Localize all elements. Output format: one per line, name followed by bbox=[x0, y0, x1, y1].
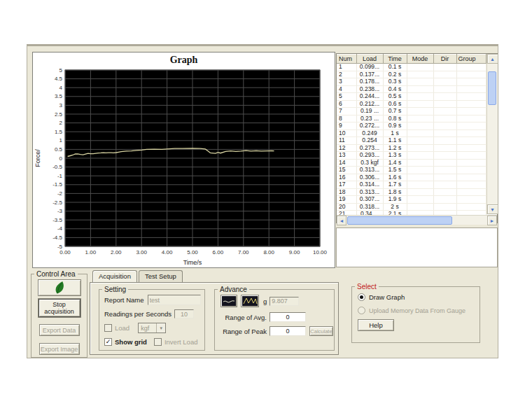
table-row[interactable]: 180.313...1.8 s bbox=[337, 188, 486, 196]
table-cell bbox=[433, 100, 456, 108]
table-row[interactable]: 90.272...0.9 s bbox=[337, 122, 486, 130]
average-graph-icon bbox=[222, 296, 236, 306]
table-cell bbox=[407, 167, 433, 174]
load-checkbox[interactable] bbox=[104, 324, 112, 332]
column-header[interactable]: Mode bbox=[407, 55, 433, 64]
table-cell bbox=[407, 174, 433, 181]
select-group: Select Draw Graph Upload Memory Data Fro… bbox=[351, 283, 480, 343]
column-header[interactable]: Group bbox=[456, 55, 486, 64]
x-tick-label: 9.00 bbox=[289, 249, 300, 255]
y-tick-label: 4.5 bbox=[55, 76, 63, 82]
table-row[interactable]: 150.313...1.5 s bbox=[337, 167, 486, 174]
scroll-left-icon[interactable]: ◄ bbox=[337, 216, 346, 225]
table-row[interactable]: 50.244...0.5 s bbox=[337, 93, 486, 101]
table-row[interactable]: 80.23 ...0.8 s bbox=[337, 115, 486, 122]
table-row[interactable]: 110.2541.1 s bbox=[337, 137, 486, 145]
calculate-button[interactable]: Calculate bbox=[309, 326, 333, 336]
table-row[interactable]: 120.273...1.2 s bbox=[337, 144, 486, 152]
table-cell bbox=[456, 100, 486, 108]
table-row[interactable]: 190.307...1.9 s bbox=[337, 196, 486, 204]
horizontal-scroll-thumb[interactable] bbox=[347, 216, 452, 225]
table-cell bbox=[433, 144, 456, 152]
range-of-avg-input[interactable] bbox=[270, 312, 306, 322]
table-cell: 11 bbox=[337, 137, 356, 145]
vertical-scrollbar[interactable]: ▲ ▼ bbox=[486, 54, 498, 214]
x-tick-label: 1.00 bbox=[85, 249, 97, 255]
table-row[interactable]: 200.318...2 s bbox=[337, 203, 486, 211]
column-header[interactable]: Time bbox=[383, 55, 407, 64]
column-header[interactable]: Dir bbox=[433, 55, 456, 64]
report-name-input[interactable] bbox=[148, 295, 201, 305]
y-tick-label: -4 bbox=[57, 225, 63, 232]
table-cell: 0.273... bbox=[356, 144, 383, 152]
select-legend: Select bbox=[355, 283, 379, 290]
scroll-right-icon[interactable]: ► bbox=[487, 216, 497, 225]
g-value-input[interactable] bbox=[270, 297, 299, 306]
table-cell: 9 bbox=[337, 122, 356, 130]
tab-test-setup[interactable]: Test Setup bbox=[139, 270, 183, 282]
table-cell: 1.7 s bbox=[383, 181, 407, 189]
scroll-down-icon[interactable]: ▼ bbox=[487, 204, 498, 214]
y-tick-label: -3 bbox=[57, 208, 63, 214]
upload-memory-radio[interactable] bbox=[358, 307, 365, 314]
y-tick-label: -0.5 bbox=[52, 164, 62, 170]
table-row[interactable]: 170.314...1.7 s bbox=[337, 181, 486, 189]
average-graph-button[interactable] bbox=[220, 295, 237, 307]
readings-per-seconds-input[interactable] bbox=[174, 309, 194, 318]
table-cell bbox=[456, 181, 486, 189]
vertical-scroll-track[interactable] bbox=[487, 105, 498, 204]
table-cell bbox=[456, 144, 486, 152]
column-header[interactable]: Load bbox=[356, 55, 383, 64]
table-row[interactable]: 130.293...1.3 s bbox=[337, 152, 486, 160]
table-cell bbox=[407, 108, 433, 115]
export-image-button[interactable]: Export Image bbox=[39, 343, 80, 355]
table-row[interactable]: 20.137...0.2 s bbox=[337, 71, 486, 78]
x-tick-label: 2.00 bbox=[111, 249, 122, 255]
table-row[interactable]: 210.34 ...2.1 s bbox=[337, 211, 486, 216]
y-tick-label: -1 bbox=[57, 173, 63, 179]
g-label: g bbox=[263, 298, 267, 305]
table-row[interactable]: 100.2491 s bbox=[337, 130, 486, 137]
table-cell: 0.313... bbox=[356, 188, 383, 196]
table-cell: 4 bbox=[337, 85, 356, 93]
table-cell bbox=[407, 100, 433, 108]
range-of-peak-input[interactable] bbox=[270, 326, 306, 336]
table-cell: 0.34 ... bbox=[356, 211, 383, 216]
horizontal-scrollbar[interactable]: ◄ ► bbox=[337, 215, 497, 225]
help-button[interactable]: Help bbox=[358, 319, 394, 331]
load-unit-select[interactable]: kgf ▼ bbox=[138, 323, 166, 333]
y-tick-label: 1.5 bbox=[55, 129, 63, 135]
table-row[interactable]: 30.178...0.3 s bbox=[337, 78, 486, 86]
table-cell bbox=[407, 196, 433, 204]
y-tick-label: -4.5 bbox=[52, 234, 62, 241]
tab-acquisition[interactable]: Acquisition bbox=[92, 270, 137, 282]
x-tick-label: 10.00 bbox=[313, 249, 328, 255]
range-of-peak-label: Range of Peak bbox=[220, 328, 267, 335]
table-cell bbox=[433, 130, 456, 137]
stop-acquisition-button[interactable]: Stop acquisition bbox=[38, 299, 80, 317]
draw-graph-radio[interactable] bbox=[358, 293, 365, 301]
show-grid-checkbox[interactable]: ✓ bbox=[104, 338, 112, 346]
column-header[interactable]: Num bbox=[337, 55, 356, 64]
table-row[interactable]: 70.19 ...0.7 s bbox=[337, 108, 486, 115]
start-acquisition-button[interactable] bbox=[38, 279, 81, 296]
data-table-panel: NumLoadTimeModeDirGroup 10.099...0.1 s20… bbox=[336, 53, 498, 223]
horizontal-scroll-track[interactable] bbox=[452, 216, 487, 225]
scroll-up-icon[interactable]: ▲ bbox=[487, 54, 498, 64]
table-cell: 1.1 s bbox=[383, 137, 407, 145]
table-row[interactable]: 60.212...0.6 s bbox=[337, 100, 486, 108]
table-cell: 0.244... bbox=[356, 93, 383, 101]
table-row[interactable]: 40.238...0.4 s bbox=[337, 85, 486, 93]
invert-load-checkbox[interactable] bbox=[154, 338, 162, 346]
peak-graph-button[interactable] bbox=[241, 295, 259, 307]
tab-control: Acquisition Test Setup Setting Report Na… bbox=[90, 270, 339, 356]
table-cell: 0.254 bbox=[356, 137, 383, 145]
vertical-scroll-thumb[interactable] bbox=[488, 71, 496, 105]
export-data-button[interactable]: Export Data bbox=[39, 324, 80, 336]
table-row[interactable]: 140.3 kgf1.4 s bbox=[337, 159, 486, 167]
table-row[interactable]: 10.099...0.1 s bbox=[337, 64, 486, 71]
table-row[interactable]: 160.306...1.6 s bbox=[337, 174, 486, 181]
invert-load-label: Invert Load bbox=[164, 338, 198, 346]
control-area-legend: Control Area bbox=[34, 270, 78, 278]
show-grid-label: Show grid bbox=[115, 338, 147, 346]
